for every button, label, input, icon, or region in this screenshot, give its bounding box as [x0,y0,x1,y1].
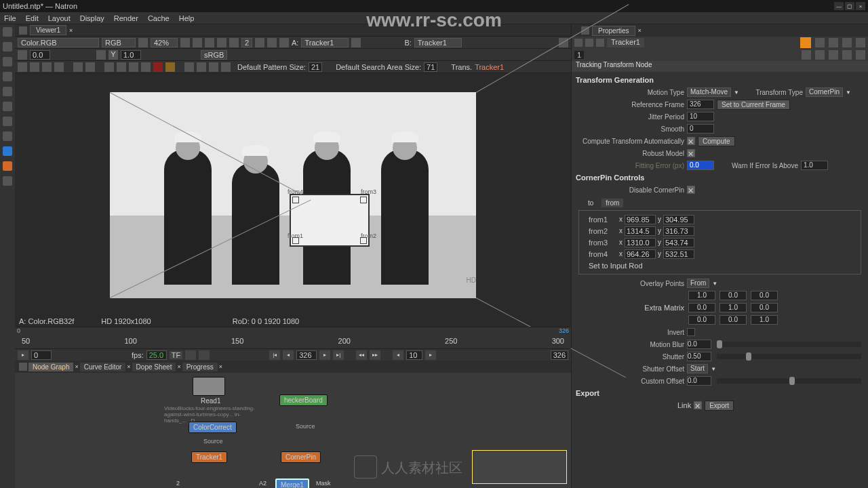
menu-display[interactable]: Display [80,14,104,22]
track-icon[interactable] [129,62,138,72]
viewer-tab[interactable]: Viewer1 [30,25,66,35]
matrix-cell[interactable]: 1.0 [719,303,747,312]
track-icon[interactable] [209,62,218,72]
icon[interactable] [96,50,106,60]
play-back-icon[interactable]: ◂◂ [356,350,367,360]
from3-x[interactable]: 1310.0 [625,238,656,247]
trackpoint-icon[interactable] [360,197,367,203]
disable-cornerpin-checkbox[interactable]: ✕ [687,186,695,194]
node-cornerpin[interactable]: CornerPin [281,451,321,463]
menu-cache[interactable]: Cache [148,14,170,22]
color-swatch[interactable] [800,37,811,48]
tab-curve-editor[interactable]: Curve Editor [80,363,126,371]
icon[interactable] [267,38,277,47]
matrix-cell[interactable]: 1.0 [751,315,778,325]
icon[interactable] [255,38,264,47]
minimize-icon[interactable] [829,50,838,60]
num-select[interactable]: 2 [241,38,252,47]
warn-input[interactable]: 1.0 [801,161,828,170]
external-icon[interactable] [856,38,865,47]
icon[interactable] [18,50,27,60]
xy-input[interactable]: 1.0 [121,50,141,60]
ref-frame-input[interactable]: 326 [687,100,714,109]
matrix-cell[interactable]: 0.0 [688,303,715,312]
track-icon[interactable] [104,62,114,72]
track-icon[interactable] [42,62,52,72]
shutter-slider[interactable] [717,354,861,359]
smooth-input[interactable]: 0 [687,124,714,134]
first-frame-icon[interactable]: |◂ [269,350,280,360]
track-icon[interactable] [54,62,64,72]
compute-button[interactable]: Compute [698,136,735,146]
track-icon[interactable] [221,62,231,72]
track-icon[interactable] [165,62,175,72]
track-icon[interactable] [184,62,194,72]
panel-icon[interactable] [19,26,27,35]
custom-offset-input[interactable]: 0.0 [687,376,711,386]
tab-progress[interactable]: Progress [182,363,218,371]
tool-icon[interactable] [3,87,12,96]
icon[interactable] [185,350,196,360]
record-icon[interactable] [153,62,163,72]
node-tracker1[interactable]: Tracker1 [191,451,227,463]
icon[interactable] [217,38,226,47]
close-tab-icon[interactable]: × [69,27,73,34]
panel-icon[interactable] [19,363,27,371]
minimize-icon[interactable]: — [834,2,844,10]
node-colorcorrect[interactable]: ColorCorrect [189,422,237,433]
reset-icon[interactable] [815,50,825,60]
tool-icon[interactable] [3,161,12,171]
from4-x[interactable]: 964.26 [625,249,656,259]
frame-end-input[interactable]: 326 [551,350,568,360]
track-icon[interactable] [85,62,95,72]
maximize-icon[interactable]: ▢ [845,2,854,10]
tool-icon[interactable] [3,176,12,186]
help-icon[interactable] [802,50,811,60]
overlay-points-select[interactable]: From [687,279,709,288]
a-select[interactable]: Tracker1 [301,38,349,47]
step-input[interactable]: 10 [406,350,422,360]
prev-icon[interactable] [815,38,825,47]
matrix-cell[interactable]: 1.0 [688,291,715,300]
from4-y[interactable]: 532.51 [663,249,694,259]
link-checkbox[interactable]: ✕ [694,401,702,409]
from1-y[interactable]: 304.95 [663,215,694,224]
node-icon[interactable] [585,39,593,47]
export-button[interactable]: Export [705,401,734,411]
b-select[interactable]: Tracker1 [414,38,462,47]
play-fwd-icon[interactable]: ▸▸ [370,350,380,360]
menu-render[interactable]: Render [114,14,138,22]
tab-node-graph[interactable]: Node Graph [28,363,73,371]
maximize-icon[interactable] [842,50,852,60]
refresh-icon[interactable] [842,38,852,47]
menu-file[interactable]: File [4,14,16,22]
node-read1[interactable] [193,377,225,396]
tool-icon[interactable] [3,42,12,52]
tool-icon[interactable] [3,146,12,156]
next-icon[interactable] [829,38,838,47]
tab-from[interactable]: from [601,199,623,207]
icon[interactable] [279,38,289,47]
from1-x[interactable]: 969.85 [625,215,656,224]
zoom-select[interactable]: 42% [151,38,178,47]
track-icon[interactable] [197,62,206,72]
node-graph[interactable]: Read1 VideoBlocks-four-engineers-standin… [15,373,571,488]
prev-frame-icon[interactable]: ◂ [283,350,294,360]
node-icon[interactable] [596,39,604,47]
shutter-input[interactable]: 0.50 [687,352,711,361]
step-fwd-icon[interactable]: ▸ [425,350,436,360]
tool-icon[interactable] [3,27,12,37]
matrix-cell[interactable]: 0.0 [688,315,715,325]
tool-icon[interactable] [3,117,12,126]
shutter-offset-select[interactable]: Start [687,364,708,373]
transform-type-select[interactable]: CornerPin [806,87,843,97]
tool-icon[interactable] [3,102,12,111]
invert-checkbox[interactable] [687,328,695,336]
node-checker[interactable]: heckerBoard [279,394,328,406]
motion-type-select[interactable]: Match-Move [687,87,731,97]
last-frame-icon[interactable]: ▸| [333,350,344,360]
xy-icon[interactable]: Y [108,50,118,60]
current-frame-input[interactable]: 326 [296,350,317,360]
matrix-cell[interactable]: 0.0 [751,291,778,300]
motion-blur-slider[interactable] [717,342,861,347]
